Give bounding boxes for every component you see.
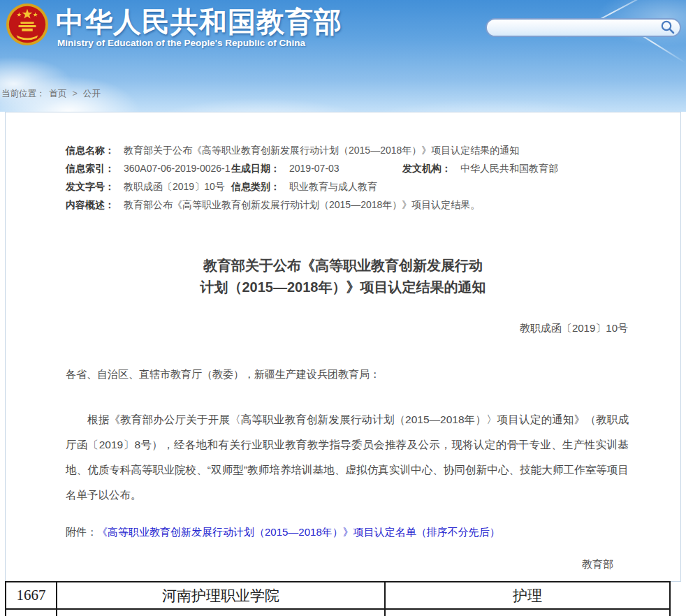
breadcrumb-separator: > — [73, 89, 78, 98]
search-input[interactable] — [495, 20, 658, 36]
document-title: 教育部关于公布《高等职业教育创新发展行动 计划（2015—2018年）》项目认定… — [6, 255, 680, 298]
meta-agency-label: 发文机构： — [402, 163, 451, 174]
meta-category-value: 职业教育与成人教育 — [289, 181, 377, 192]
meta-summary-value: 教育部公布《高等职业教育创新发展行动计划（2015—2018年）》项目认定结果。 — [124, 199, 480, 210]
table-next-row-partial — [6, 610, 57, 616]
meta-row-docnum: 发文字号：教职成函〔2019〕10号 信息类别：职业教育与成人教育 — [66, 181, 666, 195]
table-next-row-partial — [57, 610, 386, 616]
meta-index-value: 360A07-06-2019-0026-1 — [124, 163, 231, 174]
meta-docnum-label: 发文字号： — [66, 181, 115, 192]
search-icon — [660, 20, 676, 35]
table-next-row-partial — [386, 610, 669, 616]
document-number: 教职成函〔2019〕10号 — [520, 322, 628, 335]
meta-category-label: 信息类别： — [231, 181, 280, 192]
meta-name-value: 教育部关于公布《高等职业教育创新发展行动计划（2015—2018年）》项目认定结… — [124, 145, 519, 156]
breadcrumb-home-link[interactable]: 首页 — [50, 89, 67, 98]
meta-agency-value: 中华人民共和国教育部 — [460, 163, 558, 174]
meta-date-label: 生成日期： — [231, 163, 280, 174]
attachment-label: 附件： — [66, 526, 97, 538]
breadcrumb-section-link[interactable]: 公开 — [83, 89, 101, 98]
table-cell-school: 河南护理职业学院 — [57, 582, 386, 610]
table-cell-no: 1667 — [6, 582, 57, 610]
meta-index-label: 信息索引： — [66, 163, 115, 174]
meta-row-index: 信息索引：360A07-06-2019-0026-1 生成日期：2019-07-… — [66, 163, 666, 177]
meta-docnum-value: 教职成函〔2019〕10号 — [124, 181, 225, 192]
attachment-table: 1667 河南护理职业学院 护理 — [5, 581, 671, 616]
site-title: 中华人民共和国教育部 — [56, 3, 503, 41]
breadcrumb: 当前位置：首页>公开 — [1, 88, 105, 100]
attachment-line: 附件：《高等职业教育创新发展行动计划（2015—2018年）》项目认定名单（排序… — [66, 526, 500, 539]
document-body: 根据《教育部办公厅关于开展〈高等职业教育创新发展行动计划（2015—2018年）… — [66, 407, 629, 508]
document-salutation: 各省、自治区、直辖市教育厅（教委），新疆生产建设兵团教育局： — [66, 368, 380, 381]
breadcrumb-prefix: 当前位置： — [1, 89, 45, 98]
document-title-line1: 教育部关于公布《高等职业教育创新发展行动 — [6, 255, 680, 277]
meta-row-name: 信息名称：教育部关于公布《高等职业教育创新发展行动计划（2015—2018年）》… — [66, 145, 666, 159]
national-emblem-logo — [6, 3, 49, 46]
meta-row-summary: 内容概述：教育部公布《高等职业教育创新发展行动计划（2015—2018年）》项目… — [66, 199, 666, 213]
document-signer: 教育部 — [582, 558, 613, 571]
search-button[interactable] — [658, 20, 678, 36]
content-panel: 信息名称：教育部关于公布《高等职业教育创新发展行动计划（2015—2018年）》… — [5, 112, 681, 582]
meta-name-label: 信息名称： — [66, 145, 115, 156]
search-box — [486, 18, 681, 37]
meta-summary-label: 内容概述： — [66, 199, 115, 210]
table-cell-major: 护理 — [386, 582, 669, 610]
site-subtitle-en: Ministry of Education of the People's Re… — [57, 38, 305, 48]
meta-date-value: 2019-07-03 — [289, 163, 340, 174]
attachment-link[interactable]: 《高等职业教育创新发展行动计划（2015—2018年）》项目认定名单（排序不分先… — [97, 526, 500, 538]
document-title-line2: 计划（2015—2018年）》项目认定结果的通知 — [6, 277, 680, 298]
